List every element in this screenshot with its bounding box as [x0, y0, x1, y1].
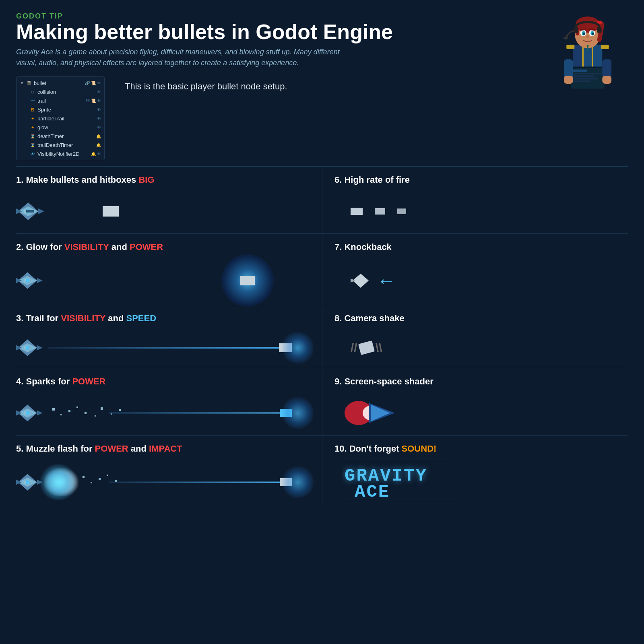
section-2-glow: 2. Glow for VISIBILITY and POWER [16, 236, 322, 305]
ship-sprite-5 [16, 469, 48, 495]
section-10-title: 10. Don't forget SOUND! [334, 444, 620, 454]
section-row-3: 3. Trail for VISIBILITY and SPEED [16, 305, 628, 368]
svg-point-56 [26, 346, 29, 349]
section-8-camera-shake: 8. Camera shake // \\ [322, 307, 628, 368]
header-area: GODOT TIP Making better bullets in Godot… [16, 12, 628, 76]
section-1-big-bullets: 1. Make bullets and hitboxes BIG [16, 169, 322, 233]
section-1-visual [16, 191, 314, 231]
svg-rect-34 [602, 76, 611, 84]
section-5-title: 5. Muzzle flash for POWER and IMPACT [16, 444, 314, 454]
svg-rect-5 [601, 45, 609, 49]
sound-label: SOUND! [402, 444, 437, 454]
spark-6 [95, 415, 96, 417]
section-row-1: 1. Make bullets and hitboxes BIG [16, 166, 628, 233]
gravity-ace-logo: GRAVITY ACE [343, 458, 455, 500]
section-9-shader: 9. Screen-space shader [322, 370, 628, 435]
spark-glow [282, 397, 314, 429]
node-panel: ▼ 🎬 bullet 🔗 📜 👁 □ collision 👁 〰 trail 🎞… [16, 76, 105, 160]
muzzle-spark-3 [99, 478, 101, 480]
node-icon-vis: 👁 [29, 151, 36, 157]
node-section: ▼ 🎬 bullet 🔗 📜 👁 □ collision 👁 〰 trail 🎞… [16, 76, 628, 160]
section-1-title: 1. Make bullets and hitboxes BIG [16, 175, 314, 185]
section-3-visual [16, 330, 314, 366]
section-9-title: 9. Screen-space shader [334, 376, 620, 387]
bullet-3 [397, 208, 406, 214]
node-name-bullet: bullet [34, 80, 84, 86]
cam-rotate-icon [358, 341, 375, 355]
node-actions: 🔗 📜 👁 [85, 81, 101, 85]
node-icon-trail: 〰 [29, 97, 36, 104]
node-row: ⌛ deathTimer 🔔 [17, 132, 104, 140]
basic-player-text: This is the basic player bullet node set… [125, 76, 287, 93]
section-7-visual: ← [334, 258, 620, 303]
three-bullets [351, 208, 406, 215]
sparks-power-label: POWER [72, 376, 105, 386]
node-actions-timer2: 🔔 [96, 143, 101, 147]
node-icon-glow: ✦ [29, 124, 36, 130]
muzzle-spark-2 [91, 482, 92, 483]
spark-7 [101, 407, 103, 410]
shader-visual [343, 395, 399, 431]
all-sections: 1. Make bullets and hitboxes BIG [16, 166, 628, 506]
knockback-visual: ← [351, 270, 396, 292]
node-name-timer2: trailDeathTimer [37, 142, 95, 148]
bullet-2 [375, 208, 385, 215]
section-2-title: 2. Glow for VISIBILITY and POWER [16, 242, 314, 252]
section-6-title: 6. High rate of fire [334, 175, 620, 185]
node-actions-collision: 👁 [97, 90, 101, 94]
trail-line [48, 347, 282, 349]
svg-point-20 [586, 35, 589, 37]
svg-marker-49 [353, 274, 369, 288]
node-row: ✦ particleTrail 👁 [17, 114, 104, 123]
ship-sprite-1 [16, 198, 50, 225]
muzzle-trail [109, 482, 282, 483]
section-3-trail: 3. Trail for VISIBILITY and SPEED [16, 307, 322, 368]
trail-vis-label: VISIBILITY [61, 313, 105, 323]
svg-rect-33 [564, 76, 573, 84]
svg-rect-4 [566, 45, 574, 49]
character-illustration [547, 8, 628, 97]
node-icon-timer1: ⌛ [29, 133, 36, 139]
svg-marker-40 [38, 208, 44, 214]
node-actions-trail: 🎞 📜 👁 [86, 99, 101, 103]
node-actions-glow: 👁 [97, 125, 101, 130]
section-10-sound: 10. Don't forget SOUND! GRAVITY ACE [322, 438, 628, 506]
bullet-big [103, 206, 119, 217]
node-name-sprite: Sprite [37, 107, 95, 113]
section-6-visual [334, 191, 620, 231]
section-6-high-rate: 6. High rate of fire [322, 169, 628, 233]
node-actions-timer1: 🔔 [96, 134, 101, 138]
svg-marker-66 [371, 405, 390, 421]
node-row: 🖼 Sprite 👁 [17, 105, 104, 114]
cam-slash-left: // [351, 341, 357, 355]
power-label: POWER [130, 242, 163, 252]
node-actions-vis: 🔔 👁 [91, 152, 101, 156]
spark-2 [60, 414, 62, 415]
svg-point-17 [592, 33, 594, 35]
character-svg [547, 8, 628, 89]
visibility-label: VISIBILITY [64, 242, 109, 252]
node-name-collision: collision [37, 89, 95, 95]
svg-rect-22 [597, 27, 602, 33]
trail-glow [282, 332, 314, 364]
knockback-arrow: ← [377, 270, 396, 292]
svg-marker-47 [37, 278, 43, 283]
node-icon-collision: □ [29, 89, 36, 95]
section-7-knockback: 7. Knockback ← [322, 236, 628, 305]
spark-4 [76, 407, 78, 408]
ship-sprite-4 [16, 400, 48, 426]
node-row: 👁 VisibilityNotifier2D 🔔 👁 [17, 149, 104, 158]
svg-point-48 [26, 279, 29, 282]
trail-speed-label: SPEED [126, 313, 156, 323]
section-8-visual: // \\ [334, 330, 620, 366]
main-title: Making better bullets in Godot Engine [16, 21, 628, 43]
svg-rect-28 [572, 75, 594, 77]
section-1-highlight: BIG [138, 175, 154, 185]
gravity-logo-svg: GRAVITY ACE [343, 458, 455, 499]
subtitle: Gravity Ace is a game about precision fl… [16, 47, 358, 68]
svg-rect-42 [26, 210, 34, 213]
svg-point-16 [583, 33, 585, 35]
section-5-muzzle: 5. Muzzle flash for POWER and IMPACT [16, 438, 322, 506]
svg-marker-61 [37, 410, 43, 415]
section-2-visual [16, 258, 314, 303]
